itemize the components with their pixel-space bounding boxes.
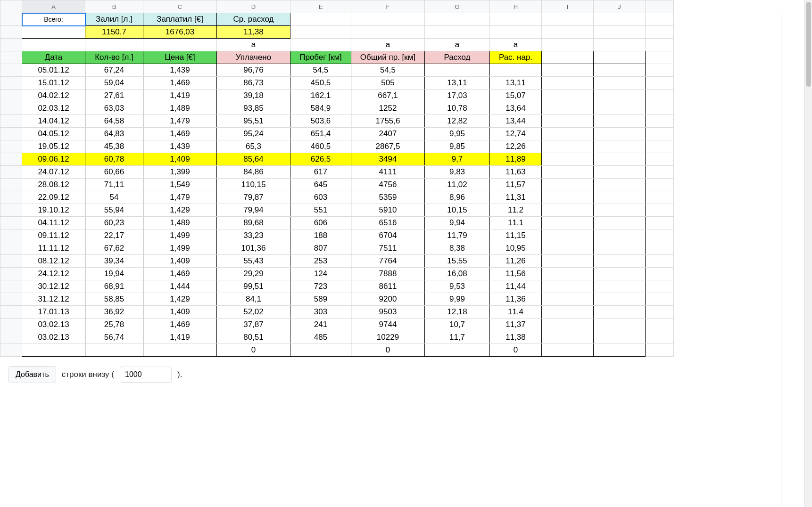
row-header[interactable] [0,140,22,153]
cell[interactable] [542,344,594,357]
table-cell[interactable]: 551 [290,204,351,217]
row-header[interactable] [0,306,22,319]
table-cell[interactable] [425,344,490,357]
cell[interactable] [594,306,646,319]
col-header-D[interactable]: D [217,0,290,13]
cell[interactable] [646,166,674,179]
table-cell[interactable]: 36,92 [85,306,143,319]
table-cell[interactable]: 9,53 [425,280,490,293]
row-header[interactable] [0,344,22,357]
cell[interactable] [542,128,594,140]
table-cell[interactable]: 11,63 [490,166,542,179]
table-cell[interactable]: 9,99 [425,293,490,306]
cell[interactable] [542,306,594,319]
table-cell[interactable]: 1,409 [143,255,217,268]
table-cell[interactable]: 60,66 [85,166,143,179]
cell[interactable] [594,128,646,140]
table-cell[interactable]: 503,6 [290,115,351,128]
col-header-J[interactable]: J [594,0,646,13]
cell[interactable] [594,204,646,217]
row-header[interactable] [0,166,22,179]
table-cell[interactable]: 12,18 [425,306,490,319]
cell[interactable] [646,268,674,280]
table-cell[interactable]: 10229 [351,331,425,344]
row-header[interactable] [0,153,22,166]
table-cell[interactable]: 11.11.12 [22,242,85,255]
cell[interactable] [542,229,594,242]
row-header[interactable] [0,268,22,280]
row-header[interactable] [0,280,22,293]
table-header-D[interactable]: Уплачено [217,51,290,64]
table-cell[interactable]: 1,469 [143,319,217,331]
table-cell[interactable]: 11,36 [490,293,542,306]
row-header[interactable] [0,90,22,102]
table-cell[interactable]: 1,479 [143,115,217,128]
table-cell[interactable]: 2407 [351,128,425,140]
cell[interactable] [542,102,594,115]
cell[interactable] [594,331,646,344]
cell[interactable] [542,331,594,344]
cell[interactable] [594,140,646,153]
cell[interactable] [594,268,646,280]
table-cell[interactable]: 03.02.13 [22,319,85,331]
table-cell[interactable]: 05.01.12 [22,64,85,77]
table-cell[interactable]: 67,62 [85,242,143,255]
table-cell[interactable]: 10,95 [490,242,542,255]
cell[interactable] [290,13,351,26]
col-header-F[interactable]: F [351,0,425,13]
table-cell[interactable]: 807 [290,242,351,255]
table-cell[interactable]: 9,83 [425,166,490,179]
cell[interactable] [646,77,674,90]
table-cell[interactable]: 19,94 [85,268,143,280]
cell-a-H[interactable]: a [490,39,542,51]
table-cell[interactable]: 80,51 [217,331,290,344]
table-cell[interactable]: 31.12.12 [22,293,85,306]
table-cell[interactable]: 22.09.12 [22,191,85,204]
table-cell[interactable]: 1,429 [143,293,217,306]
table-cell[interactable]: 37,87 [217,319,290,331]
cell[interactable] [290,26,351,39]
table-cell[interactable]: 10,15 [425,204,490,217]
row-header[interactable] [0,293,22,306]
table-cell[interactable]: 96,76 [217,64,290,77]
table-cell[interactable]: 16,08 [425,268,490,280]
cell[interactable] [542,13,594,26]
cell[interactable] [490,26,542,39]
row-header[interactable] [0,217,22,229]
table-cell[interactable]: 29,29 [217,268,290,280]
vertical-scrollbar[interactable] [804,0,812,393]
table-cell[interactable]: 1,439 [143,140,217,153]
cell[interactable] [490,13,542,26]
table-cell[interactable]: 584,9 [290,102,351,115]
cell[interactable] [542,293,594,306]
table-cell[interactable]: 24.12.12 [22,268,85,280]
cell[interactable] [646,39,674,51]
table-cell[interactable]: 84,1 [217,293,290,306]
cell[interactable] [594,255,646,268]
row-header[interactable] [0,229,22,242]
table-cell[interactable]: 1,549 [143,179,217,191]
table-cell[interactable]: 19.10.12 [22,204,85,217]
row-header[interactable] [0,204,22,217]
summary-filled-header[interactable]: Залил [л.] [85,13,143,26]
table-cell[interactable]: 13,11 [490,77,542,90]
table-cell[interactable]: 84,86 [217,166,290,179]
table-cell[interactable]: 1755,6 [351,115,425,128]
table-cell[interactable] [22,344,85,357]
cell[interactable] [594,102,646,115]
cell[interactable] [646,319,674,331]
cell[interactable] [542,166,594,179]
cell[interactable] [542,90,594,102]
table-cell[interactable]: 1,409 [143,153,217,166]
cell[interactable] [646,255,674,268]
table-cell[interactable]: 1,429 [143,204,217,217]
cell[interactable] [351,26,425,39]
cell[interactable] [542,153,594,166]
table-cell[interactable]: 52,02 [217,306,290,319]
table-cell[interactable]: 28.08.12 [22,179,85,191]
table-cell[interactable]: 55,94 [85,204,143,217]
table-header-A[interactable]: Дата [22,51,85,64]
table-cell[interactable]: 0 [217,344,290,357]
table-cell[interactable]: 7888 [351,268,425,280]
table-cell[interactable]: 8,96 [425,191,490,204]
